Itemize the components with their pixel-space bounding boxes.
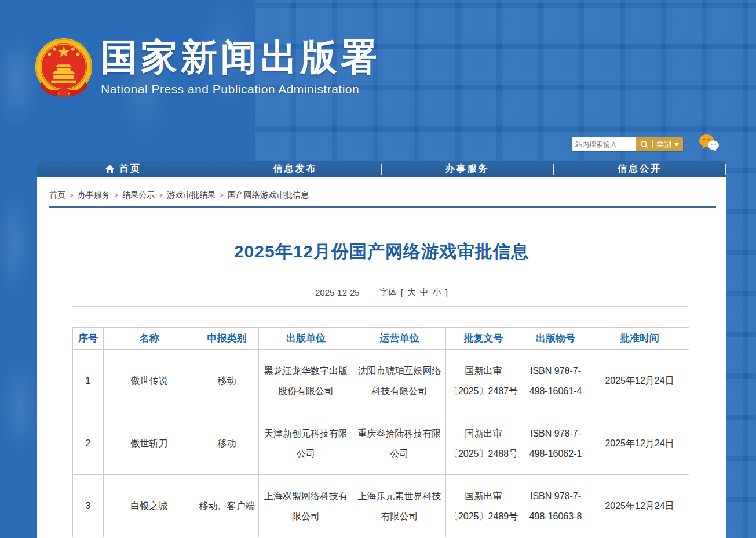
search-input[interactable] — [572, 137, 636, 151]
category-label: 类别 — [656, 139, 671, 150]
breadcrumb-separator: > — [65, 191, 78, 199]
table-cell: 傲世传说 — [104, 350, 195, 412]
table-cell: 2025年12月24日 — [590, 412, 689, 475]
column-header: 序号 — [73, 328, 104, 350]
table-cell: 2025年12月24日 — [590, 475, 689, 537]
table-cell: 2 — [73, 412, 104, 475]
breadcrumb-item[interactable]: 游戏审批结果 — [167, 190, 216, 199]
nav-item-label: 信息发布 — [273, 163, 317, 175]
bracket-open: [ — [401, 288, 403, 297]
table-cell: 上海双盟网络科技有限公司 — [259, 475, 353, 537]
table-row: 1傲世传说移动黑龙江龙华数字出版股份有限公司沈阳市琥珀互娱网络科技有限公司国新出… — [73, 350, 689, 412]
column-header: 批准时间 — [590, 328, 689, 350]
table-cell: 国新出审〔2025〕2487号 — [446, 350, 521, 412]
table-cell: 2025年12月24日 — [590, 350, 689, 412]
approval-table: 序号名称申报类别出版单位运营单位批复文号出版物号批准时间 1傲世传说移动黑龙江龙… — [72, 327, 689, 537]
breadcrumb-separator: > — [216, 191, 228, 199]
home-icon — [105, 165, 115, 173]
page-title: 2025年12月份国产网络游戏审批信息 — [37, 240, 726, 264]
breadcrumb: 首页>办事服务>结果公示>游戏审批结果>国产网络游戏审批信息 — [37, 177, 726, 201]
column-header: 出版物号 — [521, 328, 590, 350]
table-cell: ISBN 978-7-498-16061-4 — [521, 350, 590, 412]
table-cell: 白银之城 — [104, 475, 195, 537]
breadcrumb-separator: > — [155, 191, 167, 199]
search-button[interactable] — [640, 140, 649, 149]
column-header: 批复文号 — [446, 328, 521, 350]
chevron-down-icon — [674, 143, 679, 146]
column-header: 申报类别 — [195, 328, 259, 350]
meta-divider — [72, 306, 688, 307]
table-cell: 天津新创元科技有限公司 — [259, 412, 353, 475]
table-cell: 傲世斩刀 — [104, 412, 195, 475]
table-cell: ISBN 978-7-498-16063-8 — [521, 475, 590, 537]
search-controls: 类别 — [636, 137, 683, 151]
category-dropdown[interactable]: 类别 — [656, 139, 679, 150]
breadcrumb-item[interactable]: 办事服务 — [78, 190, 110, 199]
column-header: 出版单位 — [259, 328, 353, 350]
publish-date: 2025-12-25 — [315, 288, 360, 297]
search-icon — [640, 140, 649, 149]
nav-item-info-release[interactable]: 信息发布 — [209, 161, 381, 177]
font-size-label: 字体 — [379, 287, 397, 298]
table-body: 1傲世传说移动黑龙江龙华数字出版股份有限公司沈阳市琥珀互娱网络科技有限公司国新出… — [73, 350, 689, 537]
search-divider — [652, 140, 653, 148]
breadcrumb-underline — [49, 206, 716, 208]
nav-item-services[interactable]: 办事服务 — [382, 161, 553, 177]
breadcrumb-item[interactable]: 首页 — [49, 190, 65, 199]
table-cell: 国新出审〔2025〕2488号 — [446, 412, 521, 475]
site-title: 国家新闻出版署 — [101, 37, 381, 77]
table-cell: 移动 — [195, 412, 259, 475]
nav-item-label: 办事服务 — [445, 163, 490, 175]
table-cell: 移动、客户端 — [195, 475, 259, 537]
nav-item-label: 信息公开 — [618, 163, 662, 175]
breadcrumb-item[interactable]: 结果公示 — [122, 190, 155, 199]
nav-item-label: 首页 — [119, 163, 141, 175]
nav-divider — [725, 164, 726, 175]
article-meta: 2025-12-25 字体 [ 大 中 小 ] — [37, 287, 726, 298]
table-header-row: 序号名称申报类别出版单位运营单位批复文号出版物号批准时间 — [73, 328, 689, 350]
table-cell: 国新出审〔2025〕2489号 — [446, 475, 521, 537]
site-title-block: 国家新闻出版署 National Press and Publication A… — [101, 37, 381, 96]
table-cell: 黑龙江龙华数字出版股份有限公司 — [259, 350, 353, 412]
breadcrumb-item[interactable]: 国产网络游戏审批信息 — [228, 190, 309, 199]
font-size-control: 字体 [ 大 中 小 ] — [379, 287, 448, 298]
table-cell: 重庆叁拾陆科技有限公司 — [353, 412, 446, 475]
wechat-icon[interactable] — [699, 134, 720, 152]
column-header: 名称 — [104, 328, 195, 350]
site-subtitle-en: National Press and Publication Administr… — [101, 82, 381, 96]
table-cell: 3 — [73, 475, 104, 537]
column-header: 运营单位 — [353, 328, 446, 350]
font-size-small[interactable]: 小 — [433, 287, 441, 298]
table-row: 3白银之城移动、客户端上海双盟网络科技有限公司上海乐元素世界科技有限公司国新出审… — [73, 475, 689, 537]
table-cell: 1 — [73, 350, 104, 412]
table-cell: 上海乐元素世界科技有限公司 — [353, 475, 446, 537]
bracket-close: ] — [445, 288, 448, 297]
site-search: 类别 — [572, 137, 683, 151]
nav-item-info-disclosure[interactable]: 信息公开 — [554, 161, 725, 177]
table-cell: ISBN 978-7-498-16062-1 — [521, 412, 590, 475]
font-size-large[interactable]: 大 — [407, 287, 416, 298]
main-nav: 首页 信息发布 办事服务 信息公开 — [37, 161, 726, 177]
font-size-medium[interactable]: 中 — [420, 287, 429, 298]
content-panel: 首页>办事服务>结果公示>游戏审批结果>国产网络游戏审批信息 2025年12月份… — [37, 177, 726, 538]
breadcrumb-separator: > — [110, 191, 122, 199]
table-row: 2傲世斩刀移动天津新创元科技有限公司重庆叁拾陆科技有限公司国新出审〔2025〕2… — [73, 412, 689, 475]
national-emblem-logo — [34, 38, 94, 102]
table-cell: 移动 — [195, 350, 259, 412]
nav-item-home[interactable]: 首页 — [37, 161, 209, 177]
table-cell: 沈阳市琥珀互娱网络科技有限公司 — [353, 350, 446, 412]
